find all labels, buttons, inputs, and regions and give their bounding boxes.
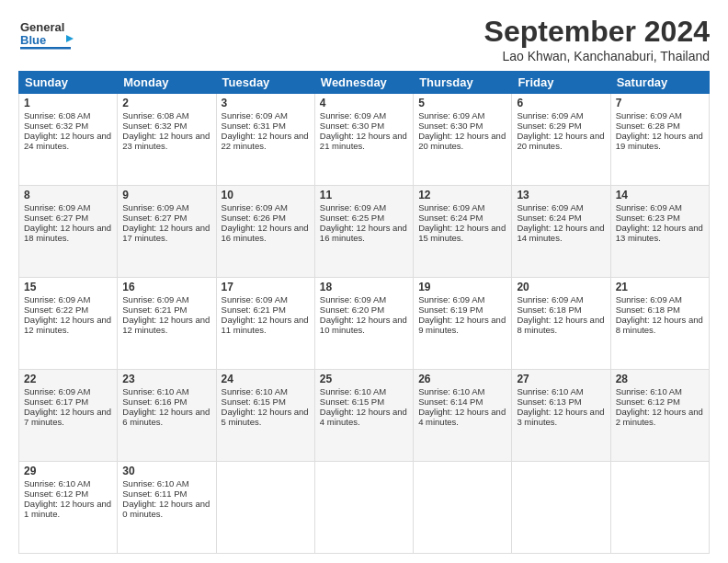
sunrise-text: Sunrise: 6:08 AM <box>122 110 188 121</box>
sunrise-text: Sunrise: 6:10 AM <box>222 386 288 396</box>
day-number: 25 <box>320 373 408 385</box>
day-number: 14 <box>616 189 704 201</box>
daylight-text: Daylight: 12 hours and 13 minutes. <box>616 223 703 243</box>
sunrise-text: Sunrise: 6:09 AM <box>517 202 583 213</box>
calendar-cell: 21Sunrise: 6:09 AMSunset: 6:18 PMDayligh… <box>610 278 709 370</box>
calendar-cell <box>314 462 413 554</box>
sunrise-text: Sunrise: 6:08 AM <box>24 110 90 121</box>
sunset-text: Sunset: 6:15 PM <box>320 396 384 407</box>
day-number: 17 <box>222 281 310 293</box>
sunrise-text: Sunrise: 6:10 AM <box>517 386 583 396</box>
calendar-cell: 6Sunrise: 6:09 AMSunset: 6:29 PMDaylight… <box>512 94 610 186</box>
day-number: 19 <box>418 281 506 293</box>
day-number: 24 <box>222 373 310 385</box>
sunrise-text: Sunrise: 6:09 AM <box>24 202 90 213</box>
sunset-text: Sunset: 6:24 PM <box>517 213 581 223</box>
day-number: 9 <box>122 189 210 201</box>
day-number: 1 <box>24 97 112 109</box>
daylight-text: Daylight: 12 hours and 14 minutes. <box>517 223 604 243</box>
sunrise-text: Sunrise: 6:09 AM <box>222 110 288 121</box>
day-number: 3 <box>222 97 310 109</box>
calendar-cell: 27Sunrise: 6:10 AMSunset: 6:13 PMDayligh… <box>512 370 610 462</box>
sunset-text: Sunset: 6:26 PM <box>222 213 286 223</box>
calendar-cell <box>512 462 610 554</box>
day-number: 12 <box>418 189 506 201</box>
daylight-text: Daylight: 12 hours and 18 minutes. <box>24 223 111 243</box>
daylight-text: Daylight: 12 hours and 12 minutes. <box>24 315 111 335</box>
daylight-text: Daylight: 12 hours and 6 minutes. <box>122 407 210 427</box>
sunrise-text: Sunrise: 6:09 AM <box>418 202 484 213</box>
weekday-header-tuesday: Tuesday <box>216 72 314 94</box>
sunrise-text: Sunrise: 6:09 AM <box>122 202 188 213</box>
calendar-cell: 30Sunrise: 6:10 AMSunset: 6:11 PMDayligh… <box>118 462 216 554</box>
calendar-page: General Blue September 2024 Lao Khwan, K… <box>0 0 728 563</box>
sunset-text: Sunset: 6:21 PM <box>222 304 286 315</box>
calendar-cell: 18Sunrise: 6:09 AMSunset: 6:20 PMDayligh… <box>314 278 413 370</box>
daylight-text: Daylight: 12 hours and 22 minutes. <box>222 131 309 151</box>
sunset-text: Sunset: 6:32 PM <box>122 121 187 131</box>
day-number: 22 <box>24 373 112 385</box>
title-block: September 2024 Lao Khwan, Kanchanaburi, … <box>484 15 710 63</box>
day-number: 10 <box>222 189 310 201</box>
day-number: 8 <box>24 189 112 201</box>
day-number: 5 <box>418 97 506 109</box>
day-number: 28 <box>616 373 704 385</box>
calendar-cell: 19Sunrise: 6:09 AMSunset: 6:19 PMDayligh… <box>414 278 512 370</box>
daylight-text: Daylight: 12 hours and 8 minutes. <box>517 315 604 335</box>
sunrise-text: Sunrise: 6:09 AM <box>320 110 386 121</box>
daylight-text: Daylight: 12 hours and 17 minutes. <box>122 223 210 243</box>
day-number: 6 <box>517 97 605 109</box>
day-number: 16 <box>122 281 210 293</box>
sunrise-text: Sunrise: 6:09 AM <box>418 294 484 304</box>
sunset-text: Sunset: 6:15 PM <box>222 396 286 407</box>
calendar-cell <box>216 462 314 554</box>
sunset-text: Sunset: 6:16 PM <box>122 396 187 407</box>
calendar-cell: 5Sunrise: 6:09 AMSunset: 6:30 PMDaylight… <box>414 94 512 186</box>
day-number: 11 <box>320 189 408 201</box>
sunrise-text: Sunrise: 6:09 AM <box>24 294 90 304</box>
day-number: 2 <box>122 97 210 109</box>
sunset-text: Sunset: 6:18 PM <box>517 304 581 315</box>
daylight-text: Daylight: 12 hours and 4 minutes. <box>320 407 407 427</box>
sunset-text: Sunset: 6:27 PM <box>24 213 88 223</box>
calendar-cell: 22Sunrise: 6:09 AMSunset: 6:17 PMDayligh… <box>19 370 118 462</box>
sunset-text: Sunset: 6:20 PM <box>320 304 384 315</box>
calendar-cell: 20Sunrise: 6:09 AMSunset: 6:18 PMDayligh… <box>512 278 610 370</box>
sunrise-text: Sunrise: 6:09 AM <box>222 294 288 304</box>
weekday-header-friday: Friday <box>512 72 610 94</box>
sunset-text: Sunset: 6:32 PM <box>24 121 88 131</box>
calendar-cell: 16Sunrise: 6:09 AMSunset: 6:21 PMDayligh… <box>118 278 216 370</box>
day-number: 4 <box>320 97 408 109</box>
sunrise-text: Sunrise: 6:09 AM <box>24 386 90 396</box>
calendar-cell: 12Sunrise: 6:09 AMSunset: 6:24 PMDayligh… <box>414 186 512 278</box>
weekday-header-monday: Monday <box>118 72 216 94</box>
calendar-cell: 13Sunrise: 6:09 AMSunset: 6:24 PMDayligh… <box>512 186 610 278</box>
calendar-cell: 9Sunrise: 6:09 AMSunset: 6:27 PMDaylight… <box>118 186 216 278</box>
sunrise-text: Sunrise: 6:10 AM <box>122 386 188 396</box>
calendar-cell <box>610 462 709 554</box>
calendar-cell: 25Sunrise: 6:10 AMSunset: 6:15 PMDayligh… <box>314 370 413 462</box>
daylight-text: Daylight: 12 hours and 16 minutes. <box>320 223 407 243</box>
sunset-text: Sunset: 6:11 PM <box>122 488 187 499</box>
daylight-text: Daylight: 12 hours and 4 minutes. <box>418 407 506 427</box>
sunrise-text: Sunrise: 6:10 AM <box>122 478 188 488</box>
calendar-cell: 8Sunrise: 6:09 AMSunset: 6:27 PMDaylight… <box>19 186 118 278</box>
daylight-text: Daylight: 12 hours and 24 minutes. <box>24 131 111 151</box>
sunset-text: Sunset: 6:19 PM <box>418 304 483 315</box>
calendar-cell: 1Sunrise: 6:08 AMSunset: 6:32 PMDaylight… <box>19 94 118 186</box>
sunset-text: Sunset: 6:14 PM <box>418 396 483 407</box>
daylight-text: Daylight: 12 hours and 19 minutes. <box>616 131 703 151</box>
page-header: General Blue September 2024 Lao Khwan, K… <box>18 15 710 63</box>
daylight-text: Daylight: 12 hours and 16 minutes. <box>222 223 309 243</box>
daylight-text: Daylight: 12 hours and 12 minutes. <box>122 315 210 335</box>
day-number: 15 <box>24 281 112 293</box>
calendar-cell: 17Sunrise: 6:09 AMSunset: 6:21 PMDayligh… <box>216 278 314 370</box>
day-number: 21 <box>616 281 704 293</box>
calendar-cell: 7Sunrise: 6:09 AMSunset: 6:28 PMDaylight… <box>610 94 709 186</box>
svg-text:Blue: Blue <box>20 33 46 47</box>
sunset-text: Sunset: 6:31 PM <box>222 121 286 131</box>
weekday-header-sunday: Sunday <box>19 72 118 94</box>
sunset-text: Sunset: 6:28 PM <box>616 121 680 131</box>
daylight-text: Daylight: 12 hours and 20 minutes. <box>517 131 604 151</box>
calendar-cell: 4Sunrise: 6:09 AMSunset: 6:30 PMDaylight… <box>314 94 413 186</box>
